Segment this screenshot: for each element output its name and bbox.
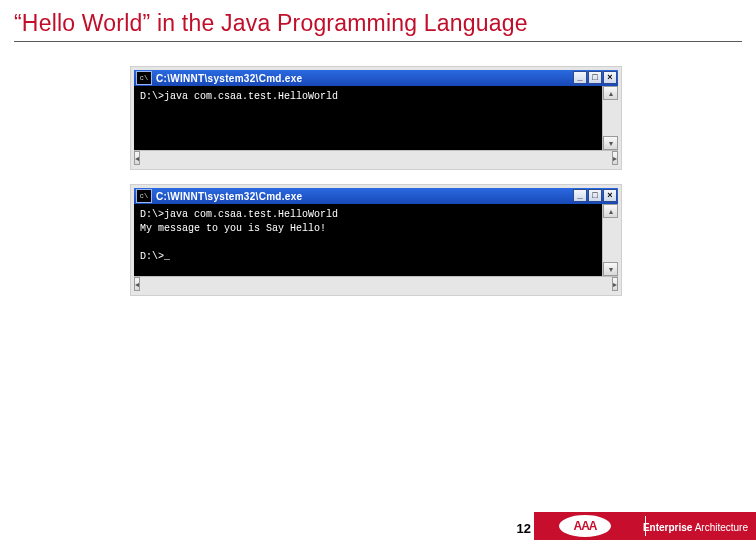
- scroll-right-icon[interactable]: ▸: [612, 277, 618, 291]
- minimize-button[interactable]: _: [573, 71, 587, 84]
- window-frame: c\ C:\WINNT\system32\Cmd.exe _ □ × D:\>j…: [130, 66, 622, 170]
- window-title: C:\WINNT\system32\Cmd.exe: [156, 191, 302, 202]
- window-frame: c\ C:\WINNT\system32\Cmd.exe _ □ × D:\>j…: [130, 184, 622, 296]
- maximize-button[interactable]: □: [588, 71, 602, 84]
- cmd-window-2: c\ C:\WINNT\system32\Cmd.exe _ □ × D:\>j…: [130, 184, 622, 296]
- vertical-scrollbar[interactable]: ▴ ▾: [602, 86, 618, 150]
- horizontal-scrollbar[interactable]: ◂ ▸: [134, 150, 618, 166]
- cmd-window-1: c\ C:\WINNT\system32\Cmd.exe _ □ × D:\>j…: [130, 66, 622, 170]
- window-buttons: _ □ ×: [573, 71, 617, 84]
- terminal-area: D:\>java com.csaa.test.HelloWorld ▴ ▾: [134, 86, 618, 150]
- title-bar: c\ C:\WINNT\system32\Cmd.exe _ □ ×: [134, 70, 618, 86]
- slide-footer: 12 AAA Enterprise Architecture: [0, 512, 756, 540]
- window-buttons: _ □ ×: [573, 189, 617, 202]
- footer-division-bold: Enterprise: [643, 522, 692, 533]
- slide-title: “Hello World” in the Java Programming La…: [0, 0, 756, 41]
- scroll-track[interactable]: [603, 218, 618, 262]
- minimize-button[interactable]: _: [573, 189, 587, 202]
- footer-division: Enterprise Architecture: [643, 522, 748, 533]
- scroll-right-icon[interactable]: ▸: [612, 151, 618, 165]
- terminal-area: D:\>java com.csaa.test.HelloWorld My mes…: [134, 204, 618, 276]
- scroll-down-icon[interactable]: ▾: [603, 262, 618, 276]
- page-number: 12: [517, 521, 531, 536]
- maximize-button[interactable]: □: [588, 189, 602, 202]
- title-underline: [14, 41, 742, 42]
- aaa-badge-icon: AAA: [556, 512, 614, 540]
- scroll-track[interactable]: [603, 100, 618, 136]
- footer-division-rest: Architecture: [692, 522, 748, 533]
- cmd-icon: c\: [136, 71, 152, 85]
- cmd-icon-glyph: c\: [140, 192, 148, 200]
- scroll-up-icon[interactable]: ▴: [603, 86, 618, 100]
- terminal-output: D:\>java com.csaa.test.HelloWorld My mes…: [134, 204, 602, 276]
- title-bar: c\ C:\WINNT\system32\Cmd.exe _ □ ×: [134, 188, 618, 204]
- horizontal-scrollbar[interactable]: ◂ ▸: [134, 276, 618, 292]
- scroll-down-icon[interactable]: ▾: [603, 136, 618, 150]
- aaa-logo-text: AAA: [574, 519, 597, 533]
- close-button[interactable]: ×: [603, 71, 617, 84]
- aaa-logo: AAA: [550, 512, 620, 540]
- scroll-track[interactable]: [140, 277, 612, 292]
- cmd-icon: c\: [136, 189, 152, 203]
- close-button[interactable]: ×: [603, 189, 617, 202]
- window-title: C:\WINNT\system32\Cmd.exe: [156, 73, 302, 84]
- scroll-up-icon[interactable]: ▴: [603, 204, 618, 218]
- cmd-icon-glyph: c\: [140, 74, 148, 82]
- vertical-scrollbar[interactable]: ▴ ▾: [602, 204, 618, 276]
- terminal-output: D:\>java com.csaa.test.HelloWorld: [134, 86, 602, 150]
- scroll-track[interactable]: [140, 151, 612, 166]
